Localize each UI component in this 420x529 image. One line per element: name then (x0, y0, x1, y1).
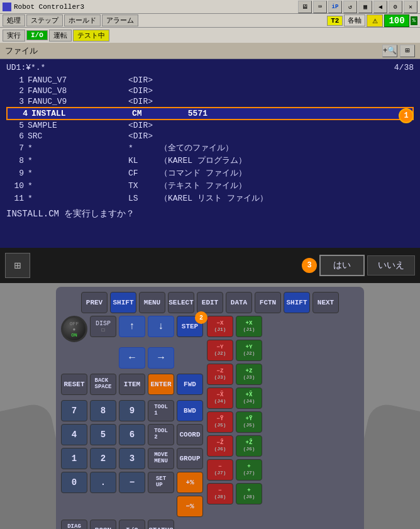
data-button[interactable]: DATA (226, 292, 252, 313)
menu-io[interactable]: I/O (26, 30, 48, 40)
jog-minus-j8[interactable]: −(J8) (207, 483, 233, 504)
step-button[interactable]: STEP 2 (177, 316, 203, 337)
jog-plus-yr-j5[interactable]: +Ȳ(J5) (236, 411, 262, 433)
group-button[interactable]: GROUP (177, 448, 203, 469)
menu-shori[interactable]: 処理 (3, 14, 25, 26)
refresh-icon[interactable]: ↺ (343, 1, 357, 13)
settings-icon[interactable]: ⚙ (389, 1, 402, 13)
jog-plus-xr-j4[interactable]: +X̄(J4) (236, 387, 262, 409)
prev-button[interactable]: PREV (81, 292, 108, 313)
menu-jikko[interactable]: 実行 (3, 30, 25, 42)
close-icon[interactable]: ✕ (404, 1, 417, 13)
path-line: UD1:¥*.* 4/38 (6, 63, 414, 72)
right-arrow-button[interactable]: → (148, 347, 174, 369)
num-7[interactable]: 7 (61, 400, 87, 421)
plus-percent-button[interactable]: +% (177, 472, 203, 493)
row7-name: * (28, 143, 128, 153)
offon-knob[interactable]: OFF ● ON (61, 316, 87, 342)
status-button[interactable]: STATUS (148, 520, 174, 529)
jog-plus-j7[interactable]: +(J7) (236, 459, 262, 481)
t2-badge: T2 (327, 16, 343, 26)
num-5[interactable]: 5 (90, 424, 116, 445)
jog-minus-yr-j5[interactable]: −Ȳ(J5) (207, 411, 233, 433)
menu-unten[interactable]: 運転 (49, 30, 72, 42)
num-minus[interactable]: − (119, 472, 145, 493)
file-row-11[interactable]: 11 * LS （KAREL リスト ファイル） (6, 192, 414, 204)
jog-plus-z-j3[interactable]: +Z(J3) (236, 364, 262, 385)
num-3[interactable]: 3 (119, 448, 145, 469)
num-1[interactable]: 1 (61, 448, 87, 469)
num-9[interactable]: 9 (119, 400, 145, 421)
file-row-1[interactable]: 1 FANUC_V7 <DIR> (6, 75, 414, 86)
shift-button-right[interactable]: SHIFT (284, 292, 310, 313)
ip-icon[interactable]: iP (328, 1, 342, 13)
menu-testing[interactable]: テスト中 (73, 30, 109, 42)
num-dot[interactable]: . (90, 472, 116, 493)
jog-plus-j8[interactable]: +(J8) (236, 483, 262, 504)
io-button[interactable]: I/O (119, 520, 145, 529)
back-icon[interactable]: ◀ (373, 1, 387, 13)
reset-button[interactable]: RESET (61, 374, 87, 395)
shift-button-left[interactable]: SHIFT (110, 292, 136, 313)
file-row-6[interactable]: 6 SRC <DIR> (6, 131, 414, 142)
zoom-in-icon[interactable]: +🔍 (382, 45, 397, 57)
num-6[interactable]: 6 (119, 424, 145, 445)
file-row-10[interactable]: 10 * TX （テキスト ファイル） (6, 179, 414, 192)
bwd-button[interactable]: BWD (177, 400, 203, 421)
file-row-7[interactable]: 7 * * （全てのファイル） (6, 142, 414, 154)
next-button[interactable]: NEXT (312, 292, 339, 313)
file-row-2[interactable]: 2 FANUC_V8 <DIR> (6, 86, 414, 96)
diag-help-button[interactable]: DIAGHELP (61, 520, 87, 529)
disp-button[interactable]: DISP□ (90, 316, 116, 337)
monitor-icon[interactable]: 🖥 (298, 1, 312, 13)
file-row-4-selected[interactable]: 4 INSTALL CM 5571 1 (6, 107, 414, 120)
iie-button[interactable]: いいえ (367, 255, 415, 276)
menu-button[interactable]: MENU (139, 292, 165, 313)
fwd-button[interactable]: FWD (177, 374, 203, 395)
kb-row-bottom: DIAGHELP POSN I/O STATUS (61, 520, 203, 529)
posn-button[interactable]: POSN (90, 520, 116, 529)
file-row-5[interactable]: 5 SAMPLE <DIR> (6, 120, 414, 131)
file-row-9[interactable]: 9 * CF （コマンド ファイル） (6, 167, 414, 179)
jog-minus-xr-j4[interactable]: −X̄(J4) (207, 387, 233, 409)
jog-minus-z-j3[interactable]: −Z(J3) (207, 364, 233, 385)
select-button[interactable]: SELECT (168, 292, 194, 313)
num-0[interactable]: 0 (61, 472, 87, 493)
backspace-button[interactable]: BACKSPACE (90, 374, 116, 395)
filter-icon[interactable]: ▦ (358, 1, 372, 13)
percent-unit: % (411, 16, 417, 25)
setup-button[interactable]: SETUP (148, 472, 174, 493)
num-2[interactable]: 2 (90, 448, 116, 469)
menu-alarm[interactable]: アラーム (102, 14, 138, 26)
minus-percent-button[interactable]: −% (177, 496, 203, 517)
left-arrow-button[interactable]: ← (119, 347, 145, 369)
jog-minus-zr-j6[interactable]: −Z̄(J6) (207, 435, 233, 457)
warning-icon[interactable]: ⚠ (367, 14, 383, 27)
jog-plus-x-j1[interactable]: +X(J1) (236, 316, 262, 337)
num-8[interactable]: 8 (90, 400, 116, 421)
jog-minus-j7[interactable]: −(J7) (207, 459, 233, 481)
edit-button[interactable]: EDIT (197, 292, 223, 313)
hai-button[interactable]: はい (319, 255, 365, 276)
jog-plus-zr-j6[interactable]: +Z̄(J6) (236, 435, 262, 457)
down-arrow-button[interactable]: ↓ (148, 316, 174, 337)
tool2-button[interactable]: TOOL2 (148, 424, 174, 445)
jog-plus-y-j2[interactable]: +Y(J2) (236, 340, 262, 361)
coord-button[interactable]: COORD (177, 424, 203, 445)
menu-hold[interactable]: ホールド (64, 14, 101, 26)
num-4[interactable]: 4 (61, 424, 87, 445)
menu-step[interactable]: ステップ (26, 14, 63, 26)
movemenu-button[interactable]: MOVEMENU (148, 448, 174, 469)
jog-minus-y-j2[interactable]: −Y(J2) (207, 340, 233, 361)
jog-minus-x-j1[interactable]: −X(J1) (207, 316, 233, 337)
grid-view-icon[interactable]: ⊞ (400, 45, 415, 57)
grid-button[interactable]: ⊞ (5, 253, 30, 278)
keyboard-icon[interactable]: ⌨ (313, 1, 327, 13)
file-row-8[interactable]: 8 * KL （KAREL プログラム） (6, 154, 414, 167)
item-button[interactable]: ITEM (119, 374, 145, 395)
file-row-3[interactable]: 3 FANUC_V9 <DIR> (6, 96, 414, 107)
tool1-button[interactable]: TOOL1 (148, 400, 174, 421)
fctn-button[interactable]: FCTN (255, 292, 281, 313)
up-arrow-button[interactable]: ↑ (119, 316, 145, 337)
enter-button[interactable]: ENTER (148, 374, 174, 395)
